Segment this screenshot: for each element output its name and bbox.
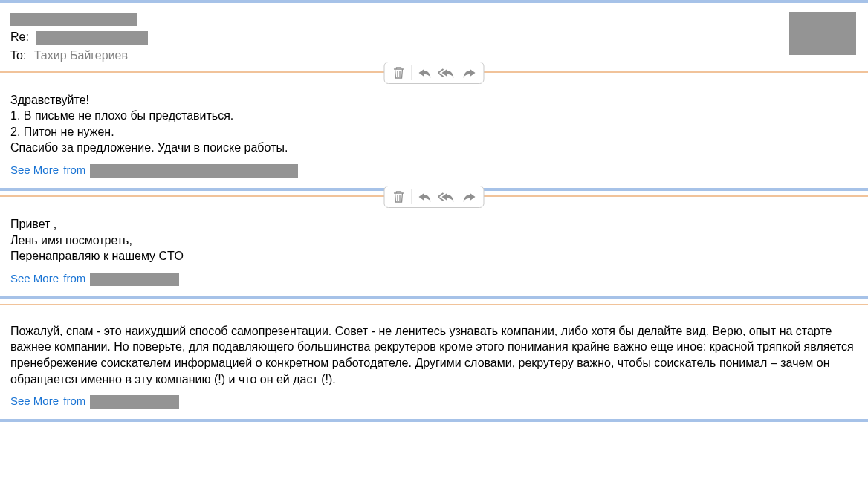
body-line: Пожалуй, спам - это наихудший способ сам…: [10, 323, 858, 387]
see-more-link[interactable]: See More: [10, 272, 59, 284]
see-more-row: See More from: [0, 272, 868, 296]
body-line: 2. Питон не нужен.: [10, 124, 858, 140]
redacted-subject: [36, 31, 148, 45]
forward-icon: [462, 67, 477, 79]
delete-button[interactable]: [388, 186, 410, 207]
see-more-from: from: [63, 163, 85, 176]
reply-icon: [418, 67, 433, 79]
action-bar: [384, 186, 485, 208]
thread-separator: [0, 419, 868, 422]
action-divider: [412, 189, 412, 204]
trash-icon: [393, 190, 405, 204]
see-more-link[interactable]: See More: [10, 394, 59, 407]
see-more-from: from: [63, 394, 85, 407]
see-more-from: from: [63, 272, 85, 284]
reply-all-button[interactable]: [436, 62, 459, 83]
body-line: Здравствуйте!: [10, 92, 858, 108]
forward-button[interactable]: [459, 186, 481, 207]
avatar: [789, 12, 856, 55]
forward-button[interactable]: [459, 62, 481, 83]
delete-button[interactable]: [388, 62, 410, 83]
see-more-row: See More from: [0, 163, 868, 188]
email-block: Пожалуй, спам - это наихудший способ сам…: [0, 299, 868, 419]
redacted-from: [90, 164, 298, 178]
body-line: Спасибо за предложение. Удачи в поиске р…: [10, 140, 858, 156]
see-more-link[interactable]: See More: [10, 163, 59, 176]
email-block: Re: To: Тахир Байгериев: [0, 3, 868, 188]
redacted-sender: [10, 13, 137, 26]
sender-row: [10, 12, 789, 26]
to-row: To: Тахир Байгериев: [10, 49, 789, 62]
trash-icon: [393, 66, 405, 79]
email-header: Re: To: Тахир Байгериев: [0, 3, 868, 67]
email-body: Здравствуйте! 1. В письме не плохо бы пр…: [0, 73, 868, 163]
email-block: Привет , Лень имя посмотреть, Перенаправ…: [0, 191, 868, 296]
subject-row: Re:: [10, 30, 789, 45]
reply-all-button[interactable]: [436, 186, 459, 207]
email-body: Привет , Лень имя посмотреть, Перенаправ…: [0, 197, 868, 272]
body-line: Перенаправляю к нашему CTO: [10, 248, 858, 264]
to-label: To:: [10, 49, 26, 62]
body-line: Лень имя посмотреть,: [10, 232, 858, 249]
action-divider: [412, 65, 412, 80]
to-name[interactable]: Тахир Байгериев: [34, 49, 128, 62]
see-more-row: See More from: [0, 394, 868, 419]
forward-icon: [462, 191, 477, 203]
reply-button[interactable]: [414, 62, 436, 83]
redacted-from: [90, 395, 179, 409]
body-line: 1. В письме не плохо бы представиться.: [10, 108, 858, 124]
reply-icon: [418, 191, 433, 203]
subject-prefix: Re:: [10, 30, 29, 43]
reply-all-icon: [438, 191, 456, 203]
action-bar: [384, 62, 485, 84]
reply-all-icon: [438, 67, 456, 79]
email-body: Пожалуй, спам - это наихудший способ сам…: [0, 305, 868, 394]
redacted-from: [90, 273, 179, 286]
reply-button[interactable]: [414, 186, 436, 207]
header-divider: [0, 304, 868, 305]
body-line: Привет ,: [10, 216, 858, 232]
